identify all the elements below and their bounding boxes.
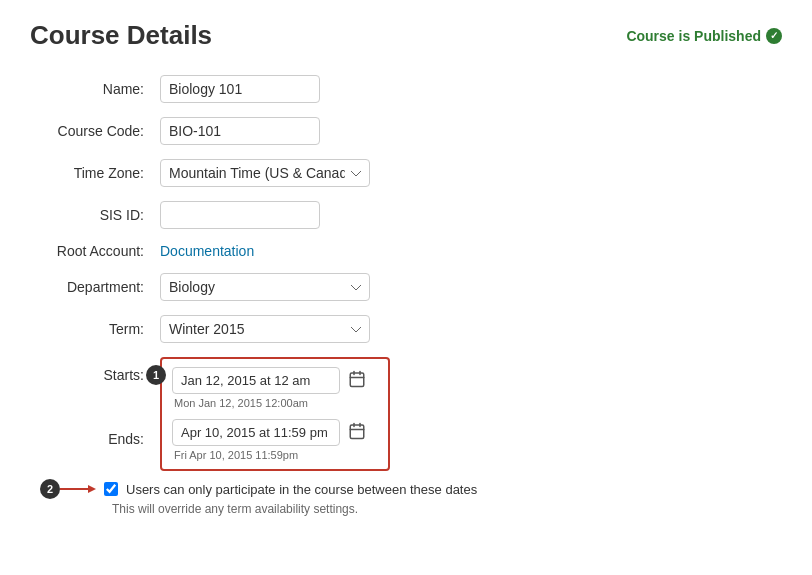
page-title: Course Details — [30, 20, 212, 51]
name-input[interactable] — [160, 75, 320, 103]
published-label: Course is Published — [626, 28, 761, 44]
starts-label: Starts: — [104, 367, 144, 383]
starts-date-input[interactable] — [172, 367, 340, 394]
ends-date-row — [172, 419, 378, 446]
badge-1: 1 — [146, 365, 166, 385]
page-header: Course Details Course is Published ✓ — [30, 20, 782, 51]
term-label: Term: — [30, 321, 160, 337]
participation-checkbox-label[interactable]: Users can only participate in the course… — [126, 482, 477, 497]
calendar-icon — [348, 370, 366, 388]
timezone-select[interactable]: Mountain Time (US & Canada) Eastern Time… — [160, 159, 370, 187]
participation-checkbox[interactable] — [104, 482, 118, 496]
dates-section: Mon Jan 12, 2015 12:00am Fri Apr 10, 201… — [160, 357, 390, 471]
ends-label: Ends: — [108, 431, 144, 447]
term-field-row: Term: Winter 2015 Spring 2015 Fall 2015 — [30, 315, 782, 343]
svg-rect-4 — [350, 425, 364, 439]
sis-id-field-row: SIS ID: — [30, 201, 782, 229]
root-account-field-row: Root Account: Documentation — [30, 243, 782, 259]
timezone-label: Time Zone: — [30, 165, 160, 181]
ends-date-input[interactable] — [172, 419, 340, 446]
starts-calendar-button[interactable] — [344, 368, 370, 394]
course-code-field-row: Course Code: — [30, 117, 782, 145]
name-field-row: Name: — [30, 75, 782, 103]
root-account-link[interactable]: Documentation — [160, 243, 254, 259]
department-select[interactable]: Biology Chemistry Physics — [160, 273, 370, 301]
badge-2: 2 — [40, 479, 60, 499]
check-circle-icon: ✓ — [766, 28, 782, 44]
calendar-icon — [348, 422, 366, 440]
published-status: Course is Published ✓ — [626, 28, 782, 44]
sis-id-input[interactable] — [160, 201, 320, 229]
course-code-label: Course Code: — [30, 123, 160, 139]
ends-calendar-button[interactable] — [344, 420, 370, 446]
arrow-icon — [60, 481, 96, 497]
sis-id-label: SIS ID: — [30, 207, 160, 223]
starts-subtitle: Mon Jan 12, 2015 12:00am — [172, 397, 378, 409]
department-field-row: Department: Biology Chemistry Physics — [30, 273, 782, 301]
department-label: Department: — [30, 279, 160, 295]
timezone-field-row: Time Zone: Mountain Time (US & Canada) E… — [30, 159, 782, 187]
svg-rect-0 — [350, 373, 364, 387]
course-code-input[interactable] — [160, 117, 320, 145]
ends-subtitle: Fri Apr 10, 2015 11:59pm — [172, 449, 378, 461]
svg-marker-9 — [88, 485, 96, 493]
starts-date-row — [172, 367, 378, 394]
term-select[interactable]: Winter 2015 Spring 2015 Fall 2015 — [160, 315, 370, 343]
name-label: Name: — [30, 81, 160, 97]
root-account-label: Root Account: — [30, 243, 160, 259]
override-note: This will override any term availability… — [112, 502, 782, 516]
